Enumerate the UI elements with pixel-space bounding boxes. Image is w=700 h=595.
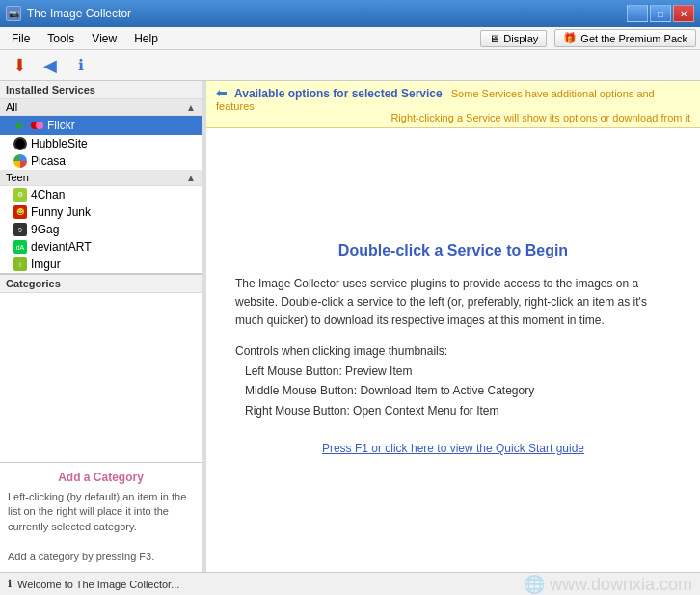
app-icon: 📷	[6, 6, 21, 21]
imgur-icon: i	[13, 257, 27, 271]
flickr-label: Flickr	[47, 119, 75, 132]
service-hubblesite[interactable]: HubbleSite	[0, 135, 202, 152]
group-all[interactable]: All ▲	[0, 99, 202, 116]
hubble-icon	[13, 137, 27, 150]
collapse-teen-icon: ▲	[186, 173, 196, 183]
window-title: The Image Collector	[27, 7, 131, 20]
service-picasa[interactable]: Picasa	[0, 152, 202, 170]
control-middle-mouse: Middle Mouse Button: Download Item to Ac…	[235, 381, 671, 400]
menu-file[interactable]: File	[4, 30, 38, 47]
menu-tools[interactable]: Tools	[40, 30, 82, 47]
add-category-description: Left-clicking (by default) an item in th…	[8, 490, 194, 564]
status-icon: ℹ	[8, 578, 12, 590]
service-deviantart[interactable]: dA deviantART	[0, 238, 202, 256]
maximize-button[interactable]: □	[650, 5, 671, 22]
4chan-label: 4Chan	[31, 188, 65, 202]
service-funnyjunk[interactable]: 😄 Funny Junk	[0, 203, 202, 221]
deviantart-label: deviantART	[31, 240, 91, 254]
services-section: Installed Services All ▲ ➤ Flickr Hubble…	[0, 81, 202, 274]
info-arrow-icon: ⬅	[216, 85, 228, 100]
info-button[interactable]: ℹ	[67, 52, 94, 79]
window-controls: − □ ✕	[627, 5, 694, 22]
display-label: Display	[503, 33, 538, 44]
categories-content	[0, 293, 202, 462]
premium-icon: 🎁	[563, 32, 577, 44]
menu-right: 🖥 Display 🎁 Get the Premium Pack	[480, 29, 696, 47]
picasa-icon	[13, 154, 27, 168]
left-panel: Installed Services All ▲ ➤ Flickr Hubble…	[0, 81, 202, 572]
add-category-box: Add a Category Left-clicking (by default…	[0, 462, 202, 572]
close-button[interactable]: ✕	[673, 5, 694, 22]
download-button[interactable]: ⬇	[6, 52, 33, 79]
group-teen[interactable]: Teen ▲	[0, 170, 202, 186]
info-bar-line2: Right-clicking a Service will show its o…	[216, 112, 690, 123]
controls-title: Controls when clicking image thumbnails:	[235, 341, 671, 361]
service-imgur[interactable]: i Imgur	[0, 256, 202, 273]
categories-section: Categories Add a Category Left-clicking …	[0, 274, 202, 572]
display-icon: 🖥	[489, 33, 499, 44]
selected-arrow-icon: ➤	[13, 118, 25, 133]
deviantart-icon: dA	[13, 240, 27, 254]
main-layout: Installed Services All ▲ ➤ Flickr Hubble…	[0, 81, 700, 572]
funnyjunk-label: Funny Junk	[31, 205, 91, 219]
flickr-dots	[31, 119, 43, 132]
service-flickr[interactable]: ➤ Flickr	[0, 116, 202, 135]
hubble-label: HubbleSite	[31, 137, 88, 150]
info-bar-line1: ⬅ Available options for selected Service…	[216, 85, 690, 112]
premium-button[interactable]: 🎁 Get the Premium Pack	[554, 29, 696, 47]
content-body: The Image Collector uses service plugins…	[235, 275, 671, 458]
group-teen-label: Teen	[6, 172, 29, 183]
content-paragraph1: The Image Collector uses service plugins…	[235, 275, 671, 331]
menu-view[interactable]: View	[84, 30, 124, 47]
title-bar-left: 📷 The Image Collector	[6, 6, 131, 21]
menu-help[interactable]: Help	[126, 30, 166, 47]
controls-section: Controls when clicking image thumbnails:…	[235, 341, 671, 420]
back-button[interactable]: ◀	[37, 52, 64, 79]
title-bar: 📷 The Image Collector − □ ✕	[0, 0, 700, 27]
status-text: Welcome to The Image Collector...	[17, 579, 179, 590]
imgur-label: Imgur	[31, 257, 61, 271]
funnyjunk-icon: 😄	[13, 205, 27, 219]
right-panel: ⬅ Available options for selected Service…	[206, 81, 700, 572]
info-bar: ⬅ Available options for selected Service…	[206, 81, 700, 128]
control-left-mouse: Left Mouse Button: Preview Item	[235, 362, 671, 381]
content-title: Double-click a Service to Begin	[338, 242, 568, 259]
menu-items: File Tools View Help	[4, 30, 166, 47]
watermark: 🌐 www.downxia.com	[524, 574, 692, 595]
premium-label: Get the Premium Pack	[580, 33, 687, 44]
picasa-label: Picasa	[31, 154, 66, 168]
add-category-title: Add a Category	[8, 471, 194, 484]
9gag-label: 9Gag	[31, 223, 59, 236]
status-bar: ℹ Welcome to The Image Collector... 🌐 ww…	[0, 572, 700, 595]
group-all-label: All	[6, 101, 17, 113]
control-right-mouse: Right Mouse Button: Open Context Menu fo…	[235, 401, 671, 420]
categories-header: Categories	[0, 275, 202, 293]
service-4chan[interactable]: ⚙ 4Chan	[0, 186, 202, 203]
9gag-icon: 9	[13, 223, 27, 236]
toolbar: ⬇ ◀ ℹ	[0, 50, 700, 81]
installed-services-header: Installed Services	[0, 81, 202, 99]
services-list: All ▲ ➤ Flickr HubbleSite Picasa	[0, 99, 202, 273]
menu-bar: File Tools View Help 🖥 Display 🎁 Get the…	[0, 27, 700, 50]
4chan-icon: ⚙	[13, 188, 27, 202]
minimize-button[interactable]: −	[627, 5, 648, 22]
collapse-all-icon: ▲	[186, 102, 196, 113]
info-bar-title: Available options for selected Service	[234, 87, 443, 100]
display-button[interactable]: 🖥 Display	[480, 30, 547, 47]
content-area: Double-click a Service to Begin The Imag…	[206, 128, 700, 572]
service-9gag[interactable]: 9 9Gag	[0, 221, 202, 238]
quickstart-link[interactable]: Press F1 or click here to view the Quick…	[322, 442, 584, 455]
